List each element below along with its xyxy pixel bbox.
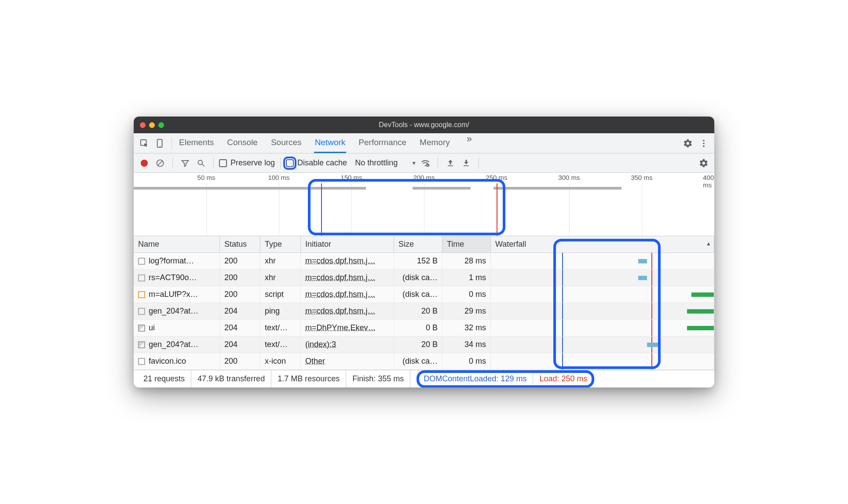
tab-network[interactable]: Network bbox=[314, 133, 347, 153]
cell[interactable]: xhr bbox=[260, 270, 301, 286]
cell[interactable]: 28 ms bbox=[442, 253, 491, 270]
waterfall-cell[interactable] bbox=[491, 353, 714, 370]
waterfall-cell[interactable] bbox=[491, 336, 714, 353]
domcontentloaded-marker bbox=[321, 183, 322, 236]
cell[interactable]: (disk ca… bbox=[394, 270, 442, 286]
cell[interactable]: ping bbox=[260, 303, 301, 320]
cell[interactable]: (index):3 bbox=[301, 336, 394, 353]
search-icon[interactable] bbox=[194, 156, 208, 170]
waterfall-cell[interactable] bbox=[491, 253, 714, 270]
file-icon bbox=[138, 341, 145, 348]
waterfall-cell[interactable] bbox=[491, 286, 714, 303]
col-waterfall-label: Waterfall bbox=[495, 240, 526, 248]
cell[interactable]: m=cdos,dpf,hsm,j… bbox=[301, 303, 394, 320]
cell[interactable]: m=DhPYme,Ekev… bbox=[301, 320, 394, 336]
cell[interactable]: 0 B bbox=[394, 320, 442, 336]
zoom-icon[interactable] bbox=[158, 122, 164, 128]
cell[interactable]: m=cdos,dpf,hsm,j… bbox=[301, 286, 394, 303]
upload-har-icon[interactable] bbox=[443, 156, 457, 170]
tab-memory[interactable]: Memory bbox=[419, 133, 451, 153]
cell[interactable]: Other bbox=[301, 353, 394, 370]
tick: 50 ms bbox=[197, 174, 216, 181]
tab-console[interactable]: Console bbox=[226, 133, 259, 153]
svg-line-7 bbox=[158, 161, 162, 165]
cell[interactable]: 200 bbox=[220, 353, 260, 370]
disable-cache-checkbox[interactable]: Disable cache bbox=[286, 158, 347, 168]
cell[interactable]: (disk ca… bbox=[394, 353, 442, 370]
cell[interactable]: 204 bbox=[220, 336, 260, 353]
cell[interactable]: 20 B bbox=[394, 303, 442, 320]
close-icon[interactable] bbox=[140, 122, 146, 128]
record-button[interactable] bbox=[137, 156, 151, 170]
col-size[interactable]: Size bbox=[394, 236, 442, 253]
tab-elements[interactable]: Elements bbox=[178, 133, 215, 153]
record-icon bbox=[141, 160, 148, 167]
tick: 400 ms bbox=[703, 174, 714, 189]
network-conditions-icon[interactable] bbox=[418, 156, 432, 170]
cell[interactable]: gen_204?at… bbox=[134, 336, 220, 353]
cell[interactable]: (disk ca… bbox=[394, 286, 442, 303]
cell[interactable]: 204 bbox=[220, 303, 260, 320]
inspect-icon[interactable] bbox=[136, 135, 152, 151]
waterfall-cell[interactable] bbox=[491, 270, 714, 286]
cell[interactable]: 32 ms bbox=[442, 320, 491, 336]
waterfall-cell[interactable] bbox=[491, 320, 714, 336]
status-requests: 21 requests bbox=[137, 370, 191, 387]
cell[interactable]: 29 ms bbox=[442, 303, 491, 320]
cell[interactable]: text/… bbox=[260, 320, 301, 336]
cell[interactable]: 200 bbox=[220, 286, 260, 303]
waterfall-cell[interactable] bbox=[491, 303, 714, 320]
cell[interactable]: gen_204?at… bbox=[134, 303, 220, 320]
cell[interactable]: m=cdos,dpf,hsm,j… bbox=[301, 253, 394, 270]
col-waterfall[interactable]: Waterfall ▲ bbox=[491, 236, 714, 253]
status-dcl: DOMContentLoaded: 129 ms bbox=[424, 374, 526, 383]
network-overview[interactable]: 50 ms 100 ms 150 ms 200 ms 250 ms 300 ms… bbox=[134, 173, 714, 236]
svg-rect-13 bbox=[464, 165, 469, 166]
cell[interactable]: m=cdos,dpf,hsm,j… bbox=[301, 270, 394, 286]
cell[interactable]: 1 ms bbox=[442, 270, 491, 286]
throttling-dropdown[interactable]: No throttling ▼ bbox=[355, 158, 417, 168]
cell[interactable]: 0 ms bbox=[442, 286, 491, 303]
cell[interactable]: 20 B bbox=[394, 336, 442, 353]
download-har-icon[interactable] bbox=[459, 156, 473, 170]
cell[interactable]: text/… bbox=[260, 336, 301, 353]
minimize-icon[interactable] bbox=[149, 122, 155, 128]
cell[interactable]: 0 ms bbox=[442, 353, 491, 370]
cell[interactable]: x-icon bbox=[260, 353, 301, 370]
tabs-overflow[interactable]: » bbox=[462, 133, 476, 153]
timeline-ruler: 50 ms 100 ms 150 ms 200 ms 250 ms 300 ms… bbox=[134, 173, 714, 183]
kebab-icon[interactable] bbox=[696, 135, 712, 151]
col-name[interactable]: Name bbox=[134, 236, 220, 253]
cell[interactable]: m=aLUfP?x… bbox=[134, 286, 220, 303]
col-initiator[interactable]: Initiator bbox=[301, 236, 394, 253]
network-toolbar: Preserve log Disable cache No throttling… bbox=[134, 153, 714, 173]
cell[interactable]: 200 bbox=[220, 253, 260, 270]
divider bbox=[479, 157, 479, 169]
col-type[interactable]: Type bbox=[260, 236, 301, 253]
divider bbox=[280, 157, 281, 169]
clear-button[interactable] bbox=[153, 156, 167, 170]
settings-icon[interactable] bbox=[680, 135, 696, 151]
col-time[interactable]: Time bbox=[442, 236, 491, 253]
window-title: DevTools - www.google.com/ bbox=[134, 121, 714, 129]
cell[interactable]: favicon.ico bbox=[134, 353, 220, 370]
cell[interactable]: rs=ACT90o… bbox=[134, 270, 220, 286]
preserve-log-checkbox[interactable]: Preserve log bbox=[219, 158, 275, 168]
cell[interactable]: 204 bbox=[220, 320, 260, 336]
cell[interactable]: script bbox=[260, 286, 301, 303]
cell[interactable]: log?format… bbox=[134, 253, 220, 270]
cell[interactable]: 34 ms bbox=[442, 336, 491, 353]
cell[interactable]: xhr bbox=[260, 253, 301, 270]
cell[interactable]: 152 B bbox=[394, 253, 442, 270]
tab-performance[interactable]: Performance bbox=[358, 133, 407, 153]
cell[interactable]: 200 bbox=[220, 270, 260, 286]
status-finish: Finish: 355 ms bbox=[346, 370, 410, 387]
tab-sources[interactable]: Sources bbox=[270, 133, 303, 153]
device-toggle-icon[interactable] bbox=[152, 135, 168, 151]
svg-point-5 bbox=[703, 145, 705, 147]
annotation-box: DOMContentLoaded: 129 ms Load: 250 ms bbox=[417, 370, 594, 388]
cell[interactable]: ui bbox=[134, 320, 220, 336]
settings-icon[interactable] bbox=[697, 156, 711, 170]
col-status[interactable]: Status bbox=[220, 236, 260, 253]
filter-icon[interactable] bbox=[178, 156, 192, 170]
